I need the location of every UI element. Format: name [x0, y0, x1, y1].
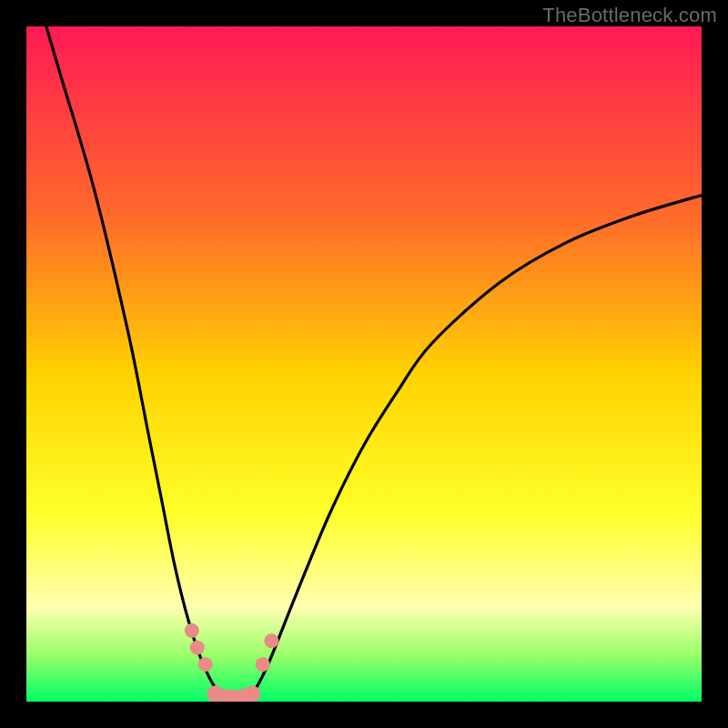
bead-marker — [256, 657, 270, 672]
bead-marker — [198, 657, 213, 672]
bead-marker — [243, 685, 260, 702]
watermark-text: TheBottleneck.com — [542, 4, 717, 27]
plot-area — [26, 26, 702, 702]
bead-marker — [264, 633, 278, 648]
bead-marker — [185, 623, 199, 638]
bead-marker — [190, 641, 205, 655]
chart-frame: TheBottleneck.com — [0, 0, 728, 728]
bottleneck-curve — [26, 26, 702, 702]
